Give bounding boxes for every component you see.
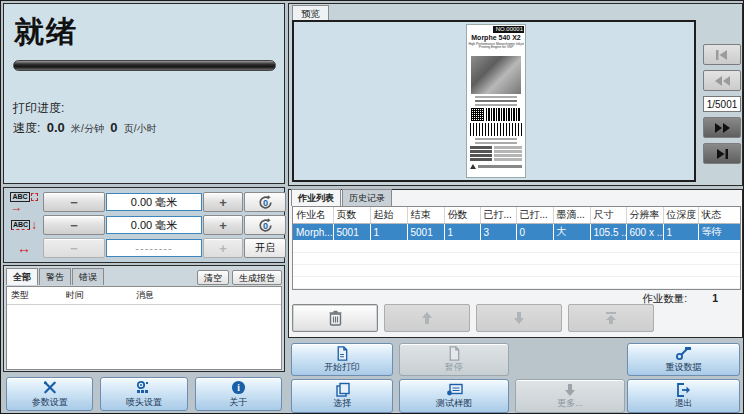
tab-job-list[interactable]: 作业列表: [291, 189, 341, 206]
job-count-label: 作业数量:: [642, 292, 687, 304]
reset-zero-icon: 0: [257, 218, 274, 233]
status-panel: 就绪 打印进度: 速度: 0.0 米/分钟 0 页/小时: [3, 3, 285, 184]
start-print-icon: [335, 346, 349, 361]
log-tab-all[interactable]: 全部: [6, 268, 38, 285]
offset-adjust-panel: ABC → − 0.00 毫米 + 0 ABC ↓ − 0.00 毫米: [3, 187, 285, 263]
speed-value: 0.0: [47, 120, 65, 135]
move-job-top-button[interactable]: [568, 304, 654, 332]
about-button[interactable]: i 关于: [195, 377, 282, 411]
job-table-header: 作业名 页数 起始 结束 份数 已打... 已打... 墨滴... 尺寸 分辨率…: [293, 207, 741, 224]
job-row-empty: [293, 276, 741, 288]
preview-area: NO.00001 Morphe 540 X2 High Performance …: [292, 20, 696, 182]
printer-status-text: 就绪: [4, 4, 284, 53]
col-pages[interactable]: 页数: [333, 207, 370, 224]
abc-vertical-offset-icon: ABC ↓: [6, 215, 42, 235]
horizontal-offset-minus-button[interactable]: −: [43, 192, 105, 212]
test-pattern-icon: [446, 382, 463, 397]
exit-button[interactable]: 退出: [627, 379, 740, 413]
width-adjust-row: ↔ − -------- + 开启: [6, 237, 282, 259]
delete-job-button[interactable]: [292, 304, 378, 332]
vertical-offset-plus-button[interactable]: +: [203, 215, 243, 235]
tab-history[interactable]: 历史记录: [342, 189, 392, 206]
select-button[interactable]: 选择: [291, 379, 393, 413]
message-log-panel: 全部 警告 错误 清空 生成报告 类型 时间 消息: [3, 265, 285, 372]
log-tab-warning[interactable]: 警告: [39, 268, 71, 285]
vertical-offset-reset-button[interactable]: 0: [244, 215, 286, 235]
horizontal-offset-reset-button[interactable]: 0: [244, 192, 286, 212]
pages-value: 0: [110, 120, 117, 135]
left-toolbar: 参数设置 喷头设置 i 关于: [3, 375, 285, 413]
open-button[interactable]: 开启: [244, 238, 286, 258]
log-tab-error[interactable]: 错误: [72, 268, 104, 285]
rewind-button[interactable]: [703, 70, 741, 91]
job-row-empty: [293, 252, 741, 264]
reset-data-label: 重设数据: [666, 361, 702, 374]
page-indicator-field[interactable]: 1/5001: [703, 96, 741, 112]
reset-data-icon: [675, 346, 692, 361]
col-job-name[interactable]: 作业名: [293, 207, 333, 224]
fast-forward-icon: [713, 122, 731, 134]
col-bit-depth[interactable]: 位深度: [663, 207, 698, 224]
job-row-empty: [293, 240, 741, 252]
exit-icon: [676, 382, 691, 397]
exit-label: 退出: [675, 397, 693, 410]
col-end[interactable]: 结束: [407, 207, 444, 224]
move-job-down-button[interactable]: [476, 304, 562, 332]
barcode-large: [470, 123, 522, 136]
horizontal-offset-value[interactable]: 0.00 毫米: [106, 193, 202, 211]
clear-log-button[interactable]: 清空: [197, 270, 229, 285]
col-printed-copies[interactable]: 已打...: [516, 207, 553, 224]
pages-unit: 页/小时: [124, 123, 157, 134]
thumbnail-title: Morphe 540 X2: [467, 34, 525, 42]
pause-button[interactable]: 暂停: [399, 343, 509, 376]
horizontal-offset-row: ABC → − 0.00 毫米 + 0: [6, 191, 282, 213]
last-page-button[interactable]: [703, 143, 741, 164]
print-progress-bar: [13, 60, 276, 71]
printhead-settings-button[interactable]: 喷头设置: [100, 377, 187, 411]
job-tab-strip: 作业列表 历史记录: [289, 190, 742, 206]
more-down-arrow-icon: [563, 382, 577, 397]
job-panel: 作业列表 历史记录 作业名 页数 起始 结束 份数 已打...: [288, 189, 743, 338]
width-plus-button[interactable]: +: [203, 238, 243, 258]
vertical-offset-minus-button[interactable]: −: [43, 215, 105, 235]
speed-readout: 速度: 0.0 米/分钟 0 页/小时: [13, 120, 157, 137]
horizontal-offset-plus-button[interactable]: +: [203, 192, 243, 212]
thumbnail-codes: [471, 108, 521, 121]
more-button[interactable]: 更多...: [515, 379, 625, 413]
job-count-value: 1: [712, 292, 718, 304]
generate-report-button[interactable]: 生成报告: [232, 270, 282, 285]
start-print-button[interactable]: 开始打印: [291, 343, 393, 376]
log-col-time: 时间: [66, 289, 136, 302]
printhead-settings-label: 喷头设置: [126, 396, 162, 409]
printer-control-window: 就绪 打印进度: 速度: 0.0 米/分钟 0 页/小时 ABC → −: [0, 0, 744, 414]
first-page-icon: [714, 49, 730, 61]
log-tab-strip: 全部 警告 错误 清空 生成报告: [6, 268, 282, 285]
start-print-label: 开始打印: [324, 361, 360, 374]
col-resolution[interactable]: 分辨率: [626, 207, 663, 224]
col-copies[interactable]: 份数: [444, 207, 480, 224]
job-action-buttons: [292, 304, 741, 332]
width-value[interactable]: --------: [106, 239, 202, 257]
col-start[interactable]: 起始: [370, 207, 407, 224]
svg-text:0: 0: [262, 197, 267, 207]
test-pattern-button[interactable]: 测试样图: [399, 379, 509, 413]
col-drop-size[interactable]: 墨滴...: [553, 207, 590, 224]
move-job-up-button[interactable]: [384, 304, 470, 332]
col-printed-pages[interactable]: 已打...: [480, 207, 516, 224]
reset-data-button[interactable]: 重设数据: [627, 343, 740, 376]
log-table-header: 类型 时间 消息: [7, 287, 281, 305]
speed-unit: 米/分钟: [71, 123, 104, 134]
job-row-selected[interactable]: Morph... 5001 1 5001 1 3 0 大 105.5 ... 6…: [293, 224, 741, 241]
col-status[interactable]: 状态: [698, 207, 741, 224]
svg-text:i: i: [237, 383, 240, 393]
first-page-button[interactable]: [703, 44, 741, 65]
job-row-empty: [293, 264, 741, 276]
vertical-offset-value[interactable]: 0.00 毫米: [106, 216, 202, 234]
arrow-down-icon: [512, 311, 526, 325]
col-size[interactable]: 尺寸: [590, 207, 626, 224]
parameter-settings-button[interactable]: 参数设置: [6, 377, 93, 411]
select-file-icon: [335, 382, 350, 397]
parameter-settings-label: 参数设置: [32, 396, 68, 409]
width-minus-button[interactable]: −: [43, 238, 105, 258]
fast-forward-button[interactable]: [703, 117, 741, 138]
